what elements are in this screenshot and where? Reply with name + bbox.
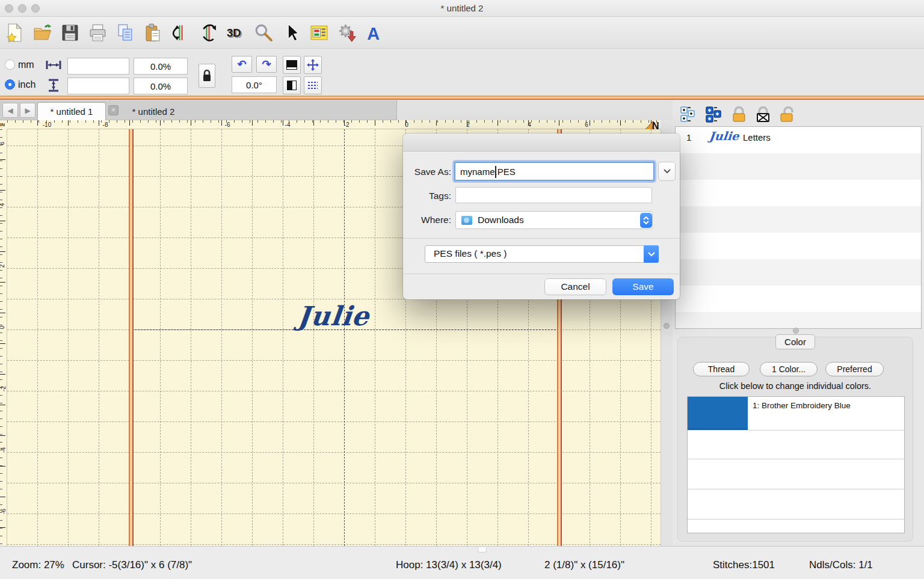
status-stitches: Stitches:1501 [713,559,775,571]
ruler-label: -2 [344,121,350,128]
hoop-left-edge [129,129,134,546]
status-needles-colors: Ndls/Cols: 1/1 [809,559,873,571]
expand-groups-icon[interactable] [680,106,697,123]
dialog-separator [403,238,680,239]
splitter-handle[interactable] [664,323,670,329]
ruler-label: 2 [466,121,470,128]
new-document-button[interactable] [4,20,26,44]
angle-input[interactable]: 0.0° [232,76,277,93]
open-file-button[interactable] [31,20,54,44]
main-toolbar: 3D 3D [0,17,924,48]
cancel-button[interactable]: Cancel [544,278,606,295]
copy-button[interactable] [114,20,137,44]
ruler-label: -6 [225,121,230,128]
color-swatch-1[interactable] [688,397,748,430]
unlock-all-icon[interactable] [778,106,796,123]
grid-line [191,129,191,546]
rotate-left-button[interactable]: ↶ [232,56,252,73]
next-tab-button[interactable]: ▶ [20,103,35,118]
filename-input[interactable]: myname.PES [454,162,654,181]
object-type-label: Letters [743,132,771,142]
object-row-1[interactable]: 1 Julie Letters [676,127,921,153]
ruler-major-ticks [0,129,5,545]
grid-line [68,129,69,546]
zoom-tool-button[interactable] [253,20,275,44]
downloads-folder-icon [461,216,472,225]
lettering-tool-button[interactable]: A [363,20,386,44]
where-stepper[interactable] [640,213,652,228]
background-icon [286,60,297,70]
where-dropdown[interactable]: Downloads [455,211,653,229]
grid-line [7,391,661,391]
expand-dialog-button[interactable] [658,162,676,181]
lock-all-icon[interactable] [730,106,748,123]
paste-button[interactable] [142,20,164,44]
rotate-left-icon: ↶ [237,58,246,71]
flip-horizontal-button[interactable] [170,20,192,44]
close-glyph: × [111,106,116,114]
background-toggle-button[interactable] [283,56,301,74]
prev-tab-button[interactable]: ◀ [2,103,18,118]
ruler-label: 0 [405,121,408,128]
width-percent-input[interactable]: 0.0% [134,58,188,75]
center-design-button[interactable] [304,56,322,74]
panel-splitter-handle[interactable] [793,328,799,334]
contrast-toggle-button[interactable] [283,76,301,94]
text-caret [495,166,496,178]
grid-line [7,513,661,514]
color-tab[interactable]: Color [775,334,815,349]
print-button[interactable] [87,20,109,44]
ruler-label: 6 [585,121,588,128]
save-as-label: Save As: [408,167,451,177]
height-percent-input[interactable]: 0.0% [134,78,188,94]
flip-horizontal-icon [171,23,191,43]
height-icon [48,79,59,92]
statusbar-handle[interactable] [478,547,487,553]
design-library-button[interactable] [308,20,330,44]
app-window: * untitled 2 [0,0,924,579]
status-selection-size: 2 (1/8)" x (15/16)" [544,559,624,571]
collapse-groups-icon[interactable] [705,106,722,123]
print-icon [88,23,108,43]
flip-vertical-button[interactable] [197,20,220,44]
mm-radio[interactable] [5,60,15,70]
rotate-right-button[interactable]: ↷ [256,56,277,73]
one-color-button[interactable]: 1 Color... [760,362,818,376]
save-dialog: Save As: myname.PES Tags: Where: Downloa… [403,133,680,299]
preferred-button[interactable]: Preferred [825,362,884,376]
save-confirm-button[interactable]: Save [612,278,674,295]
select-tool-button[interactable] [280,20,303,44]
filetype-dropdown[interactable]: PES files ( *.pes ) [425,245,659,263]
tab-untitled-1[interactable]: * untitled 1 [37,102,106,120]
width-icon [46,60,61,70]
tags-input[interactable] [455,187,652,203]
stitch-points-toggle-button[interactable] [304,76,322,94]
stitch-settings-button[interactable] [336,20,358,44]
height-input[interactable] [67,78,129,94]
embroidery-design-text[interactable]: Julie [296,301,371,331]
save-dialog-titlebar[interactable] [403,133,680,152]
ruler-label: -8 [103,121,108,128]
aspect-lock-button[interactable] [199,64,215,88]
lock-delete-icon[interactable] [754,106,772,123]
ruler-unit-label: IN [0,120,7,129]
3d-view-button[interactable]: 3D 3D [225,20,247,44]
dashed-lines-icon [307,81,318,90]
tab-untitled-2[interactable]: * untitled 2 [122,102,185,120]
grid-line [7,544,661,545]
close-tab-icon[interactable]: × [108,105,119,115]
width-input[interactable] [67,58,129,75]
horizontal-ruler: -10 -8 -6 -4 -2 0 2 4 6 [7,120,661,129]
save-button[interactable] [59,20,81,44]
next-tab-icon: ▶ [25,106,30,115]
chevron-down-icon [643,221,649,224]
where-label: Where: [408,215,451,225]
window-title: * untitled 2 [0,3,924,13]
filename-value: myname.PES [460,167,516,177]
inch-radio[interactable] [5,79,15,90]
thread-button[interactable]: Thread [693,362,750,376]
paste-icon [143,23,163,43]
color-row-separator [688,489,904,489]
grid-line [7,483,661,483]
ruler-label: -4 [285,121,291,128]
